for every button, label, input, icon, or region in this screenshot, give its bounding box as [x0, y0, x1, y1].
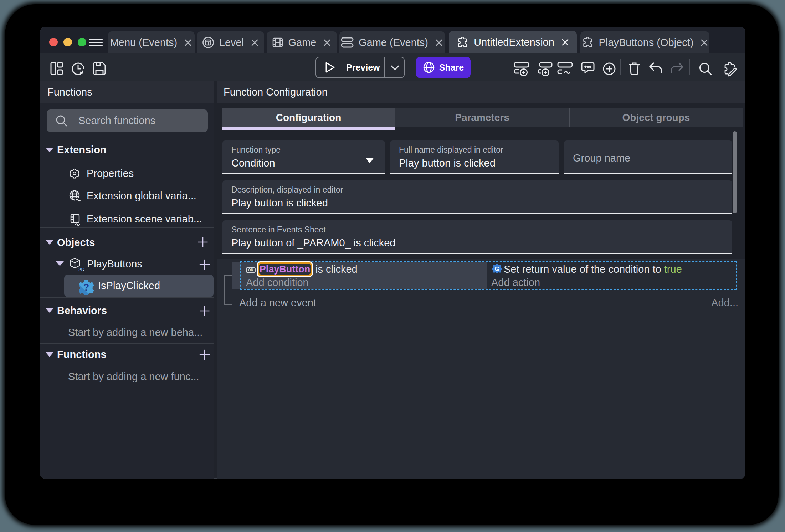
- svg-text:?: ?: [83, 282, 89, 293]
- svg-text:2D: 2D: [78, 267, 84, 272]
- svg-text:G: G: [494, 266, 499, 272]
